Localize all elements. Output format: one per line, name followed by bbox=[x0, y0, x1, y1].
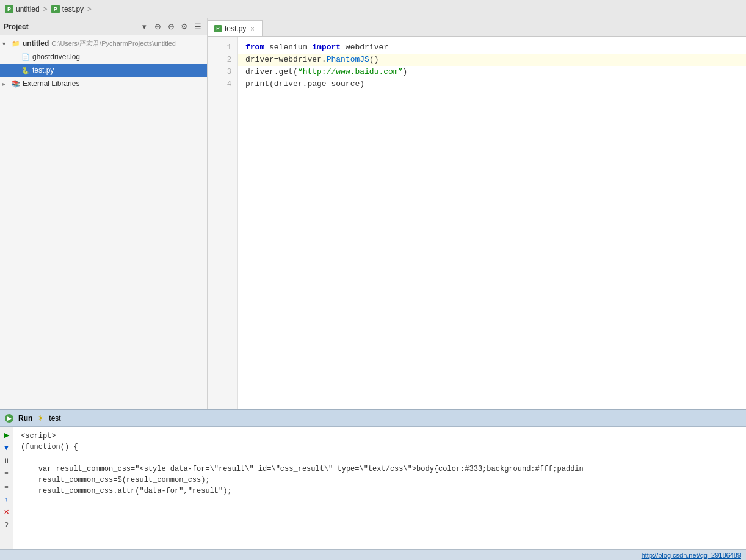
status-bar: http://blog.csdn.net/qq_29186489 bbox=[0, 549, 746, 560]
tree-path-0: C:\Users\严宏君\PycharmProjects\untitled bbox=[51, 39, 176, 48]
title-bar: P untitled > P test.py > bbox=[0, 0, 746, 18]
sidebar-dropdown-icon[interactable]: ▾ bbox=[139, 21, 150, 32]
code-content[interactable]: from selenium import webdriver driver=we… bbox=[238, 37, 746, 409]
tree-arrow-3: ▸ bbox=[2, 81, 10, 87]
run-icon: ▶ bbox=[5, 414, 13, 423]
file-name[interactable]: test.py bbox=[62, 5, 84, 13]
tree-label-1: ghostdriver.log bbox=[32, 53, 80, 61]
bottom-panel: ▶ Run ☀ test ▶ ▼ ⏸ ≡ ≡ ↑ ✕ ? <script> (f… bbox=[0, 409, 746, 549]
run-icon2: ☀ bbox=[37, 414, 44, 423]
main-content: Project ▾ ⊕ ⊖ ⚙ ☰ ▾ 📁 untitled C:\Users\… bbox=[0, 18, 746, 409]
breadcrumb-sep2: > bbox=[87, 5, 92, 13]
stop-btn[interactable]: ✕ bbox=[1, 506, 12, 517]
tree-label-0: untitled bbox=[23, 39, 49, 48]
sidebar-toolbar-label: Project bbox=[4, 23, 136, 31]
console-output[interactable]: <script> (function() { var result_common… bbox=[13, 427, 746, 549]
console-line-6: result_common_css.attr("data-for","resul… bbox=[21, 485, 739, 496]
sidebar: Project ▾ ⊕ ⊖ ⚙ ☰ ▾ 📁 untitled C:\Users\… bbox=[0, 18, 208, 409]
pause-btn[interactable]: ⏸ bbox=[1, 455, 12, 466]
sidebar-toolbar: Project ▾ ⊕ ⊖ ⚙ ☰ bbox=[0, 18, 207, 35]
line-num-2: 2 bbox=[208, 54, 237, 66]
tab-close-btn[interactable]: × bbox=[249, 25, 255, 32]
code-line-3: driver.get(“http://www.baidu.com”) bbox=[238, 66, 746, 78]
project-name[interactable]: untitled bbox=[16, 5, 40, 13]
line-num-3: 3 bbox=[208, 66, 237, 78]
bottom-toolbar: ▶ Run ☀ test bbox=[0, 410, 746, 427]
editor-tab-testpy[interactable]: P test.py × bbox=[208, 20, 263, 36]
down-btn[interactable]: ▼ bbox=[1, 442, 12, 453]
tree-arrow-0: ▾ bbox=[2, 40, 10, 47]
breadcrumb-sep1: > bbox=[43, 5, 48, 13]
py-icon: 🐍 bbox=[21, 65, 31, 75]
run-btn[interactable]: ▶ bbox=[1, 429, 12, 440]
project-tree: ▾ 📁 untitled C:\Users\严宏君\PycharmProject… bbox=[0, 35, 207, 409]
console-line-4: var result_common_css="<style data-for=\… bbox=[21, 464, 739, 475]
tree-arrow-2 bbox=[12, 67, 20, 74]
up-btn[interactable]: ↑ bbox=[1, 493, 12, 504]
scroll-down-btn[interactable]: ≡ bbox=[1, 481, 12, 492]
run-label[interactable]: Run bbox=[18, 414, 32, 423]
log-icon: 📄 bbox=[21, 52, 31, 62]
tree-item-ghostdriver[interactable]: 📄 ghostdriver.log bbox=[0, 50, 207, 64]
folder-icon-0: 📁 bbox=[11, 38, 21, 48]
sidebar-collapse-btn[interactable]: ⊖ bbox=[165, 21, 176, 32]
tree-label-2: test.py bbox=[32, 66, 54, 75]
line-num-1: 1 bbox=[208, 42, 237, 54]
tree-arrow-1 bbox=[12, 54, 20, 60]
extlib-icon: 📚 bbox=[11, 79, 21, 89]
editor-area: P test.py × 1 2 3 4 from selenium import… bbox=[208, 18, 746, 409]
tab-py-icon: P bbox=[214, 25, 222, 32]
tab-label: test.py bbox=[225, 24, 246, 33]
project-icon: P bbox=[5, 5, 13, 13]
tab-bar: P test.py × bbox=[208, 18, 746, 37]
code-line-1: from selenium import webdriver bbox=[238, 42, 746, 54]
code-line-4: print(driver.page_source) bbox=[238, 78, 746, 90]
code-line-2: driver=webdriver.PhantomJS() bbox=[238, 54, 746, 66]
test-label[interactable]: test bbox=[49, 414, 60, 423]
line-num-4: 4 bbox=[208, 78, 237, 90]
sidebar-add-btn[interactable]: ⊕ bbox=[152, 21, 163, 32]
console-line-1: <script> bbox=[21, 431, 739, 442]
sidebar-menu-btn[interactable]: ☰ bbox=[192, 21, 203, 32]
bottom-side-btns: ▶ ▼ ⏸ ≡ ≡ ↑ ✕ ? bbox=[0, 427, 13, 549]
console-line-5: result_common_css=$(result_common_css); bbox=[21, 475, 739, 485]
file-icon: P bbox=[51, 5, 60, 13]
tree-item-testpy[interactable]: 🐍 test.py bbox=[0, 64, 207, 77]
status-link[interactable]: http://blog.csdn.net/qq_29186489 bbox=[642, 551, 741, 559]
sidebar-settings-btn[interactable]: ⚙ bbox=[179, 21, 190, 32]
tree-item-untitled[interactable]: ▾ 📁 untitled C:\Users\严宏君\PycharmProject… bbox=[0, 37, 207, 50]
line-numbers: 1 2 3 4 bbox=[208, 37, 238, 409]
console-line-3 bbox=[21, 453, 739, 464]
scroll-up-btn[interactable]: ≡ bbox=[1, 468, 12, 479]
bottom-main: ▶ ▼ ⏸ ≡ ≡ ↑ ✕ ? <script> (function() { v… bbox=[0, 427, 746, 549]
tree-label-3: External Libraries bbox=[23, 79, 79, 88]
tree-item-extlib[interactable]: ▸ 📚 External Libraries bbox=[0, 77, 207, 90]
code-editor[interactable]: 1 2 3 4 from selenium import webdriver d… bbox=[208, 37, 746, 409]
help-btn[interactable]: ? bbox=[1, 519, 12, 530]
console-line-2: (function() { bbox=[21, 442, 739, 453]
